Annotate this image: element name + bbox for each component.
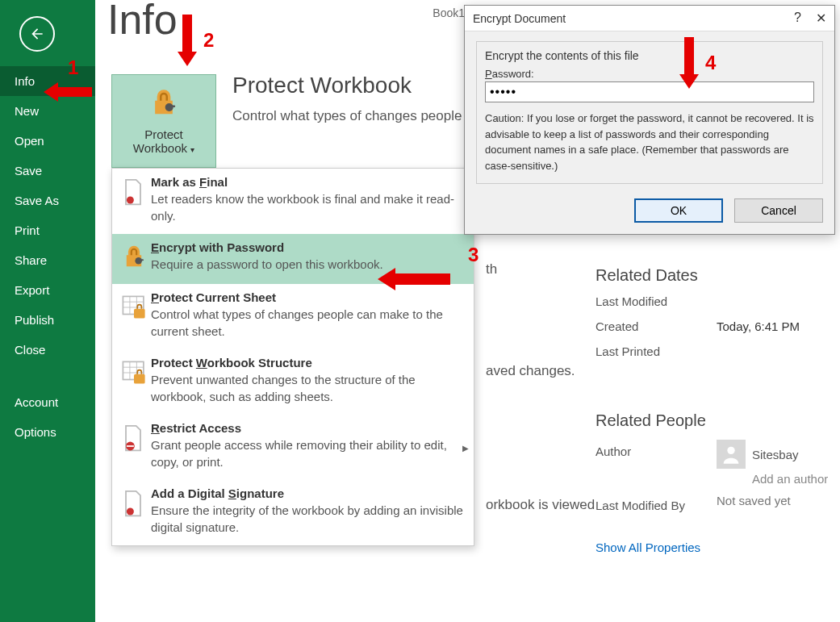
menu-item-desc: Grant people access while removing their… xyxy=(151,436,466,470)
author-label: Author xyxy=(596,440,717,458)
obscured-text: th xyxy=(486,261,497,278)
obscured-text: aved changes. xyxy=(486,363,575,379)
sidebar-item-share[interactable]: Share xyxy=(0,245,95,275)
document-block-icon xyxy=(120,421,151,457)
add-author-link[interactable]: Add an author xyxy=(752,472,828,486)
obscured-text: orkbook is viewed xyxy=(486,497,595,513)
svg-marker-16 xyxy=(679,37,699,89)
sidebar-item-options[interactable]: Options xyxy=(0,417,95,447)
sidebar-item-save-as[interactable]: Save As xyxy=(0,186,95,215)
tutorial-arrow-2: 2 xyxy=(176,15,214,66)
menu-protect-current-sheet[interactable]: Protect Current Sheet Control what types… xyxy=(112,284,474,349)
svg-rect-1 xyxy=(167,106,175,108)
menu-item-title: Protect Workbook Structure xyxy=(151,356,466,369)
menu-item-desc: Ensure the integrity of the workbook by … xyxy=(151,502,466,536)
dialog-caution-text: Caution: If you lose or forget the passw… xyxy=(485,111,814,173)
document-signature-icon xyxy=(120,486,151,522)
shield-lock-icon xyxy=(148,87,180,123)
page-title: Info xyxy=(107,0,178,44)
related-dates-section: Related Dates Last Modified CreatedToday… xyxy=(596,266,800,369)
tutorial-arrow-1: 1 xyxy=(44,81,92,103)
sidebar-item-print[interactable]: Print xyxy=(0,215,95,245)
created-label: Created xyxy=(596,319,717,333)
menu-item-title: Add a Digital Signature xyxy=(151,486,466,500)
menu-add-digital-signature[interactable]: Add a Digital Signature Ensure the integ… xyxy=(112,480,474,545)
menu-restrict-access[interactable]: Restrict Access Grant people access whil… xyxy=(112,415,474,480)
protect-workbook-button[interactable]: Protect Workbook ▾ xyxy=(111,74,216,168)
ok-button[interactable]: OK xyxy=(634,198,723,223)
tutorial-arrow-4: 4 xyxy=(678,37,716,89)
menu-item-title: Encrypt with Password xyxy=(151,240,466,254)
svg-marker-15 xyxy=(378,268,450,290)
password-label: Password: xyxy=(485,68,814,80)
last-modified-label: Last Modified xyxy=(596,294,717,308)
svg-point-12 xyxy=(727,447,734,454)
menu-protect-workbook-structure[interactable]: Protect Workbook Structure Prevent unwan… xyxy=(112,349,474,415)
protect-workbook-heading: Protect Workbook xyxy=(232,73,412,98)
last-modified-by-value: Not saved yet xyxy=(717,494,791,507)
dialog-group-label: Encrypt the contents of this file xyxy=(482,49,642,62)
encrypt-document-dialog: Encrypt Document ? ✕ Encrypt the content… xyxy=(464,5,835,235)
svg-rect-8 xyxy=(134,374,145,384)
menu-item-desc: Control what types of changes people can… xyxy=(151,306,466,340)
svg-marker-13 xyxy=(44,82,92,102)
cancel-button[interactable]: Cancel xyxy=(734,198,823,223)
dialog-titlebar: Encrypt Document ? ✕ xyxy=(465,6,834,31)
menu-item-title: Protect Current Sheet xyxy=(151,290,466,304)
created-value: Today, 6:41 PM xyxy=(717,319,800,333)
menu-mark-as-final[interactable]: Mark as Final Let readers know the workb… xyxy=(112,169,474,234)
sidebar-items: Info New Open Save Save As Print Share E… xyxy=(0,66,95,447)
help-button[interactable]: ? xyxy=(794,10,801,26)
last-modified-by-label: Last Modified By xyxy=(596,494,717,512)
svg-point-2 xyxy=(127,197,134,204)
sheet-lock-icon xyxy=(120,290,151,324)
svg-marker-14 xyxy=(178,15,197,66)
sidebar-item-publish[interactable]: Publish xyxy=(0,305,95,335)
sidebar-item-open[interactable]: Open xyxy=(0,126,95,156)
lock-key-icon xyxy=(120,240,151,274)
dialog-groupbox: Encrypt the contents of this file Passwo… xyxy=(476,41,823,184)
menu-item-title: Mark as Final xyxy=(151,175,466,189)
avatar xyxy=(717,440,746,469)
workbook-lock-icon xyxy=(120,356,151,390)
back-button[interactable] xyxy=(19,16,55,52)
menu-item-desc: Prevent unwanted changes to the structur… xyxy=(151,371,466,405)
document-final-icon xyxy=(120,175,151,211)
protect-workbook-menu: Mark as Final Let readers know the workb… xyxy=(111,168,474,546)
related-people-section: Related People Author Sitesbay Add an au… xyxy=(596,411,828,520)
sidebar-item-save[interactable]: Save xyxy=(0,156,95,186)
svg-rect-4 xyxy=(137,259,144,261)
password-input[interactable] xyxy=(485,81,814,102)
sidebar-item-account[interactable]: Account xyxy=(0,387,95,417)
dialog-title: Encrypt Document xyxy=(473,12,566,25)
author-name: Sitesbay xyxy=(752,448,799,461)
last-printed-label: Last Printed xyxy=(596,344,717,358)
sidebar-item-close[interactable]: Close xyxy=(0,335,95,365)
menu-item-title: Restrict Access xyxy=(151,421,466,435)
protect-workbook-label: Protect Workbook ▾ xyxy=(133,127,194,155)
svg-rect-6 xyxy=(134,309,145,319)
related-people-heading: Related People xyxy=(596,411,828,430)
tutorial-arrow-3: 3 xyxy=(378,266,450,292)
svg-rect-10 xyxy=(127,445,134,447)
menu-item-desc: Let readers know the workbook is final a… xyxy=(151,190,466,224)
svg-point-11 xyxy=(127,508,134,516)
close-button[interactable]: ✕ xyxy=(816,10,826,26)
sidebar-item-export[interactable]: Export xyxy=(0,275,95,305)
arrow-left-icon xyxy=(29,26,45,42)
submenu-arrow-icon: ▶ xyxy=(462,443,469,452)
show-all-properties-link[interactable]: Show All Properties xyxy=(596,541,700,554)
related-dates-heading: Related Dates xyxy=(596,266,800,285)
